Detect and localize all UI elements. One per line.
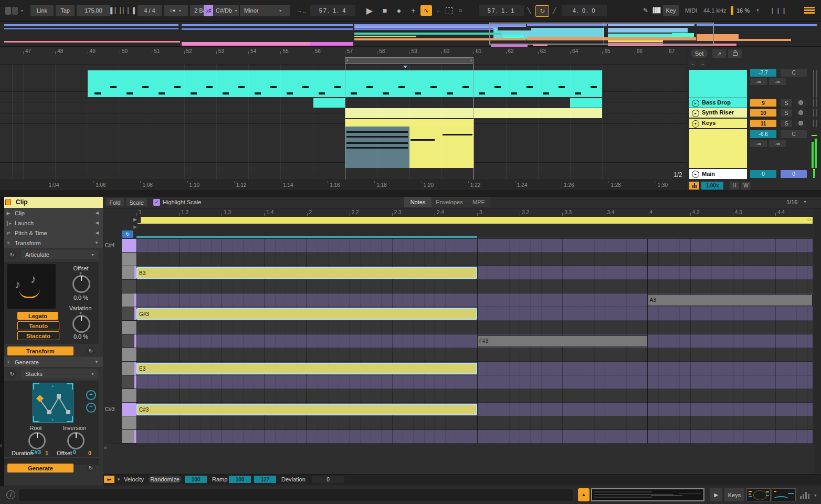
tenuto-button[interactable]: Tenuto xyxy=(17,321,59,330)
lane-collapse-button[interactable]: ⇤ xyxy=(104,476,114,483)
main-track-name-row[interactable]: ▸ Main xyxy=(689,169,747,179)
loop-length-display[interactable]: 4. 0. 0 xyxy=(562,5,607,16)
keys-volume-field[interactable]: -6.6 xyxy=(750,130,776,138)
track-name-row[interactable]: ▸Synth Riser xyxy=(689,108,747,118)
cpu-load-value[interactable]: 16 % xyxy=(736,7,750,14)
legato-button[interactable]: Legato xyxy=(17,312,58,320)
play-button[interactable]: ▶ xyxy=(363,5,376,16)
show-push-button[interactable]: ▲ xyxy=(578,488,590,501)
transform-preset-menu[interactable]: Articulate ▼ xyxy=(21,250,98,259)
randomize-amount-field[interactable]: 100 xyxy=(185,476,207,483)
scale-fold-button[interactable]: Scale xyxy=(126,198,147,206)
root-knob[interactable] xyxy=(28,432,46,449)
track-activator-button[interactable] xyxy=(795,120,807,127)
piano-key-A3[interactable] xyxy=(122,293,136,307)
window-panes-dropdown-icon[interactable]: ▾ xyxy=(21,8,23,13)
generate-apply-button[interactable]: Generate xyxy=(7,464,73,472)
arrangement-clip[interactable] xyxy=(409,127,473,168)
transform-refresh-icon[interactable]: ↻ xyxy=(86,346,96,355)
draw-mode-button[interactable]: ∿ xyxy=(420,5,432,16)
pattern-node-4[interactable] xyxy=(66,410,70,414)
section-arrow[interactable]: ◀ xyxy=(96,220,99,225)
randomize-button[interactable]: Randomize xyxy=(149,476,181,483)
cpu-dropdown-icon[interactable]: ▼ xyxy=(756,8,760,12)
arrangement-beat-ruler[interactable]: 4748495051525354555657585960616263646566… xyxy=(0,47,687,57)
ramp-end-field[interactable]: 127 xyxy=(254,476,276,483)
clip-loop-strip[interactable]: ‹› xyxy=(138,217,813,224)
pattern-node-3[interactable] xyxy=(57,394,61,398)
scale-mode-toggle[interactable]: ♭♯ xyxy=(204,5,213,16)
track-play-icon[interactable]: ▾ xyxy=(692,120,699,128)
back-to-arrangement-icon[interactable]: ← xyxy=(434,5,444,16)
midi-note-C#3[interactable]: C#3 xyxy=(136,404,477,415)
preview-play-button[interactable]: ▶ xyxy=(710,488,722,501)
mini-meter-icon[interactable]: ıl xyxy=(0,444,2,447)
scale-name-menu[interactable]: Minor▼ xyxy=(240,5,290,16)
midi-note-F#3[interactable]: F#3 xyxy=(477,335,648,347)
track1-pan-field[interactable]: C xyxy=(781,69,807,77)
mixer-io-icon[interactable]: ❙❙❙ xyxy=(773,6,784,15)
loop-start-display[interactable]: 57. 1. 1 xyxy=(479,5,524,16)
record-button[interactable]: ● xyxy=(393,5,405,16)
punch-in-icon[interactable]: ╲ xyxy=(525,5,533,16)
track1-color-swatch[interactable] xyxy=(689,70,747,98)
fold-button[interactable]: Fold xyxy=(106,198,124,206)
groove-pool-icon[interactable] xyxy=(689,182,699,190)
capture-area-icon[interactable] xyxy=(445,7,452,14)
overview-view-box[interactable] xyxy=(489,23,714,45)
loop-switch[interactable]: ↻ xyxy=(535,5,549,17)
piano-key-E3[interactable] xyxy=(122,362,136,375)
track1-send-b-field[interactable]: -∞ xyxy=(769,78,786,85)
main-pan-field[interactable]: 0 xyxy=(781,170,807,178)
tempo-field[interactable]: 175.00 xyxy=(77,5,110,16)
tab-mpe[interactable]: MPE xyxy=(467,197,490,207)
track-solo-button[interactable]: S xyxy=(781,120,792,127)
prev-locator-button[interactable]: ← xyxy=(689,60,697,67)
arrangement-time-ruler[interactable]: 1:041:061:081:101:121:141:161:181:201:22… xyxy=(0,180,687,191)
section-arrow[interactable]: ◀ xyxy=(96,230,99,235)
track1-send-a-field[interactable]: -∞ xyxy=(750,78,767,85)
draw-pencil-icon[interactable]: ✎ xyxy=(641,5,650,16)
track-activator-button[interactable] xyxy=(795,99,807,107)
zoom-to-fit-icon[interactable]: ↗ xyxy=(712,49,726,58)
range-down-icon[interactable]: ▼ xyxy=(51,418,55,422)
piano-key-C#4[interactable] xyxy=(122,239,136,253)
piano-key-F3[interactable] xyxy=(122,348,136,362)
pattern-node-2[interactable] xyxy=(47,410,51,414)
highlight-scale-checkbox[interactable]: ✓ xyxy=(153,199,160,206)
section-generate[interactable]: ✳ Generate ▼ xyxy=(0,357,103,368)
piano-key-B3[interactable] xyxy=(122,266,136,280)
device-thumbnail-1[interactable] xyxy=(746,488,771,501)
track-solo-button[interactable]: S xyxy=(781,99,792,107)
variation-value[interactable]: 0.0 % xyxy=(66,333,96,340)
link-button[interactable]: Link xyxy=(30,5,54,16)
piano-key-C#3[interactable] xyxy=(122,403,136,416)
hamburger-menu-icon[interactable] xyxy=(804,7,815,14)
tap-tempo-button[interactable]: Tap xyxy=(56,5,75,16)
staccato-button[interactable]: Staccato xyxy=(17,331,59,340)
highlight-scale-label[interactable]: Highlight Scale xyxy=(163,199,201,205)
grid-dropdown-icon[interactable]: ▼ xyxy=(803,200,807,204)
stacks-pattern-editor[interactable]: ▲ ▼ xyxy=(33,383,73,423)
gen-offset-value[interactable]: 0 xyxy=(88,450,91,456)
piano-key-F#3[interactable] xyxy=(122,334,136,348)
arrangement-clip[interactable] xyxy=(570,98,602,108)
ramp-start-field[interactable]: 100 xyxy=(229,476,251,483)
midi-note-G#3[interactable]: G#3 xyxy=(136,308,477,320)
key-map-button[interactable]: Key xyxy=(663,5,679,16)
punch-marker-1[interactable]: ▶ xyxy=(133,217,137,222)
lock-envelopes-icon[interactable] xyxy=(728,49,742,58)
track-midi-channel-field[interactable]: 11 xyxy=(750,120,776,127)
clip-loop-toggle[interactable]: ↻ xyxy=(122,230,133,238)
remove-voice-button[interactable]: − xyxy=(86,403,96,413)
keys-send-b-field[interactable]: -∞ xyxy=(769,140,786,147)
velocity-lane[interactable]: ılı 127641 xyxy=(103,444,821,474)
deviation-field[interactable]: 0 xyxy=(312,476,344,483)
piano-key-B2[interactable] xyxy=(122,430,136,444)
clip-mini-overview[interactable] xyxy=(591,488,704,501)
keys-color-swatch[interactable] xyxy=(689,129,747,168)
keys-send-a-field[interactable]: -∞ xyxy=(750,140,767,147)
offset-knob[interactable] xyxy=(72,275,90,293)
new-midi-track-icon[interactable]: + xyxy=(408,5,418,16)
time-signature-field[interactable]: 4 / 4 xyxy=(138,5,162,16)
